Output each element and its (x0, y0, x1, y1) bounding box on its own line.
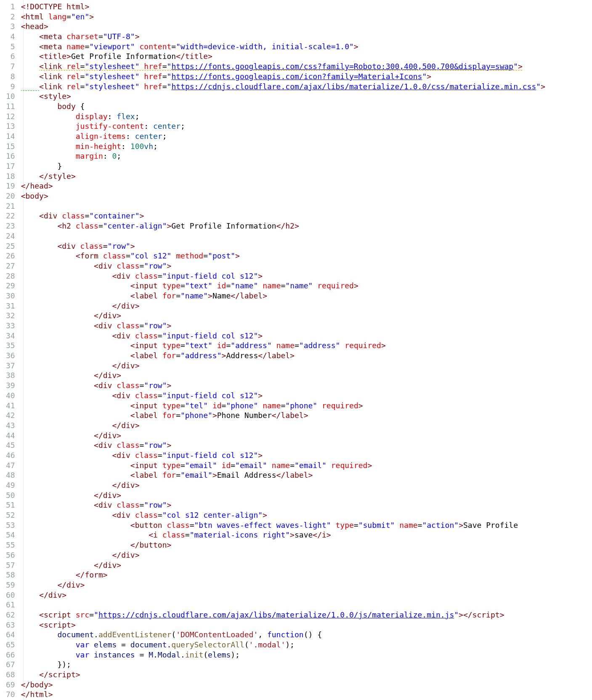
code-line[interactable]: } (21, 161, 592, 171)
code-line[interactable]: <button class="btn waves-effect waves-li… (21, 520, 592, 530)
line-number: 2 (6, 12, 15, 22)
code-line[interactable]: </div> (21, 311, 592, 321)
code-line[interactable]: <div class="row"> (21, 381, 592, 391)
code-editor[interactable]: 1234567891011121314151617181920212223242… (0, 0, 592, 700)
code-line[interactable] (21, 600, 592, 610)
code-line[interactable]: <input type="text" id="address" name="ad… (21, 341, 592, 351)
line-number: 43 (6, 421, 15, 431)
code-line[interactable]: body { (21, 101, 592, 112)
line-number: 66 (6, 650, 15, 660)
line-number: 12 (6, 112, 15, 122)
code-line[interactable]: <div class="input-field col s12"> (21, 391, 592, 401)
code-line[interactable]: </div> (21, 560, 592, 570)
line-number: 22 (6, 211, 15, 221)
code-line[interactable]: var elems = document.querySelectorAll('.… (21, 640, 592, 650)
line-number: 36 (6, 351, 15, 361)
code-line[interactable] (21, 201, 592, 211)
code-line[interactable]: <label for="phone">Phone Number</label> (21, 410, 592, 421)
code-line[interactable]: min-height: 100vh; (21, 141, 592, 152)
code-line[interactable]: <input type="text" id="name" name="name"… (21, 281, 592, 291)
code-line[interactable] (21, 231, 592, 241)
code-line[interactable]: <div class="row"> (21, 261, 592, 271)
code-line[interactable]: </div> (21, 490, 592, 500)
line-number: 14 (6, 131, 15, 141)
code-line[interactable]: <div class="input-field col s12"> (21, 331, 592, 341)
line-number: 41 (6, 401, 15, 411)
code-line[interactable]: </div> (21, 431, 592, 441)
code-line[interactable]: </form> (21, 570, 592, 580)
code-line[interactable]: </div> (21, 480, 592, 490)
code-line[interactable]: justify-content: center; (21, 121, 592, 131)
code-line[interactable]: <title>Get Profile Information</title> (21, 51, 592, 61)
code-line[interactable]: <div class="row"> (21, 500, 592, 510)
code-line[interactable]: <script> (21, 620, 592, 630)
code-line[interactable]: <div class="col s12 center-align"> (21, 510, 592, 520)
code-line[interactable]: </div> (21, 590, 592, 600)
line-number: 37 (6, 361, 15, 371)
code-line[interactable]: <label for="email">Email Address</label> (21, 470, 592, 480)
code-line[interactable]: <input type="tel" id="phone" name="phone… (21, 401, 592, 411)
code-line[interactable]: }); (21, 660, 592, 670)
line-number-gutter: 1234567891011121314151617181920212223242… (0, 0, 21, 700)
line-number: 56 (6, 550, 15, 560)
code-line[interactable]: <i class="material-icons right">save</i> (21, 530, 592, 540)
code-line[interactable]: <div class="row"> (21, 440, 592, 450)
code-line[interactable]: <div class="input-field col s12"> (21, 271, 592, 281)
code-line[interactable]: <!DOCTYPE html> (21, 2, 592, 12)
code-line[interactable]: <h2 class="center-align">Get Profile Inf… (21, 221, 592, 231)
code-line[interactable]: </button> (21, 540, 592, 550)
code-line[interactable]: </div> (21, 370, 592, 381)
line-number: 4 (6, 32, 15, 42)
code-line[interactable]: <html lang="en"> (21, 12, 592, 22)
line-number: 19 (6, 181, 15, 191)
line-number: 30 (6, 291, 15, 301)
code-line[interactable]: <meta charset="UTF-8"> (21, 32, 592, 42)
code-line[interactable]: <head> (21, 21, 592, 32)
line-number: 52 (6, 510, 15, 520)
code-line[interactable]: <form class="col s12" method="post"> (21, 251, 592, 261)
line-number: 9 (6, 82, 15, 92)
code-line[interactable]: </div> (21, 361, 592, 371)
code-line[interactable]: <script src="https://cdnjs.cloudflare.co… (21, 610, 592, 620)
line-number: 42 (6, 410, 15, 421)
code-line[interactable]: <div class="row"> (21, 241, 592, 251)
code-line[interactable]: var instances = M.Modal.init(elems); (21, 650, 592, 660)
code-line[interactable]: <div class="container"> (21, 211, 592, 221)
code-line[interactable]: <link rel="stylesheet" href="https://cdn… (21, 82, 592, 92)
code-line[interactable]: <style> (21, 91, 592, 101)
line-number: 32 (6, 311, 15, 321)
code-line[interactable]: <link rel="stylesheet" href="https://fon… (21, 61, 592, 72)
line-number: 6 (6, 51, 15, 61)
code-line[interactable]: <div class="row"> (21, 321, 592, 331)
code-line[interactable]: </div> (21, 580, 592, 590)
line-number: 46 (6, 450, 15, 460)
code-line[interactable]: <input type="email" id="email" name="ema… (21, 460, 592, 471)
code-line[interactable]: align-items: center; (21, 131, 592, 141)
code-line[interactable]: <meta name="viewport" content="width=dev… (21, 42, 592, 52)
line-number: 48 (6, 470, 15, 480)
line-number: 33 (6, 321, 15, 331)
code-line[interactable]: <div class="input-field col s12"> (21, 450, 592, 460)
code-line[interactable]: </div> (21, 421, 592, 431)
code-area[interactable]: <!DOCTYPE html> <html lang="en"> <head> … (21, 0, 592, 700)
code-line[interactable]: <link rel="stylesheet" href="https://fon… (21, 72, 592, 82)
line-number: 44 (6, 431, 15, 441)
code-line[interactable]: <body> (21, 191, 592, 201)
code-line[interactable]: document.addEventListener('DOMContentLoa… (21, 630, 592, 640)
code-line[interactable]: </head> (21, 181, 592, 191)
code-line[interactable]: </div> (21, 550, 592, 560)
code-line[interactable]: display: flex; (21, 112, 592, 122)
code-line[interactable]: </div> (21, 301, 592, 311)
code-line[interactable]: </style> (21, 171, 592, 181)
code-line[interactable]: <label for="address">Address</label> (21, 351, 592, 361)
line-number: 11 (6, 101, 15, 112)
line-number: 64 (6, 630, 15, 640)
code-line[interactable]: <label for="name">Name</label> (21, 291, 592, 301)
code-line[interactable]: </body> (21, 680, 592, 690)
code-line[interactable]: margin: 0; (21, 151, 592, 161)
line-number: 45 (6, 440, 15, 450)
line-number: 29 (6, 281, 15, 291)
code-line[interactable]: </html> (21, 689, 592, 700)
code-line[interactable]: </script> (21, 670, 592, 680)
line-number: 58 (6, 570, 15, 580)
